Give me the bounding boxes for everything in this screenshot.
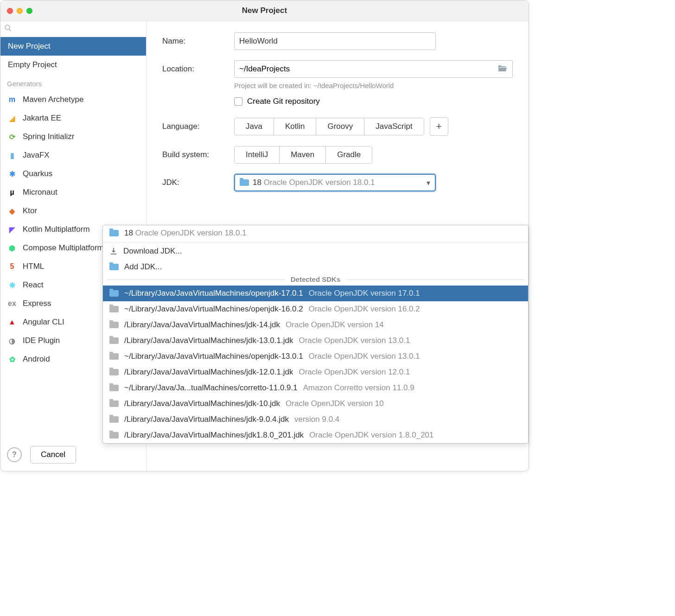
add-language-button[interactable]: + xyxy=(430,117,448,136)
jdk-label: JDK: xyxy=(162,178,234,187)
sdk-option-7[interactable]: /Library/Java/JavaVirtualMachines/jdk-10… xyxy=(103,396,528,412)
sdk-path: /Library/Java/JavaVirtualMachines/jdk-9.… xyxy=(124,415,289,424)
generator-icon: ✿ xyxy=(7,354,17,364)
generator-icon: ▮ xyxy=(7,150,17,160)
download-jdk-option[interactable]: Download JDK... xyxy=(103,243,528,259)
generator-label: JavaFX xyxy=(23,151,50,160)
language-option-java[interactable]: Java xyxy=(235,118,274,135)
jdk-dropdown-menu: 18 Oracle OpenJDK version 18.0.1 Downloa… xyxy=(102,225,529,444)
cancel-button[interactable]: Cancel xyxy=(30,446,76,464)
help-button[interactable]: ? xyxy=(7,447,22,462)
sdk-desc: Oracle OpenJDK version 17.0.1 xyxy=(309,289,420,298)
sdk-option-6[interactable]: ~/Library/Java/Ja...tualMachines/corrett… xyxy=(103,380,528,396)
svg-line-1 xyxy=(9,29,11,31)
folder-icon xyxy=(109,322,119,328)
build-label: Build system: xyxy=(162,150,234,159)
sdk-option-2[interactable]: /Library/Java/JavaVirtualMachines/jdk-14… xyxy=(103,317,528,333)
jdk-num: 18 xyxy=(124,229,133,237)
name-input[interactable] xyxy=(234,32,436,50)
search-icon xyxy=(4,24,12,33)
sidebar-item-new-project[interactable]: New Project xyxy=(0,37,146,56)
folder-icon xyxy=(109,306,119,312)
folder-icon xyxy=(240,179,249,186)
generator-label: Android xyxy=(23,355,50,364)
folder-icon xyxy=(109,337,119,344)
folder-icon xyxy=(109,369,119,375)
location-input-wrap xyxy=(234,60,513,78)
generator-item-javafx[interactable]: ▮JavaFX xyxy=(0,146,146,165)
generator-icon: ◑ xyxy=(7,336,17,346)
generator-icon: 5 xyxy=(7,261,17,272)
build-segmented: IntelliJMavenGradle xyxy=(234,146,372,164)
sdk-option-4[interactable]: ~/Library/Java/JavaVirtualMachines/openj… xyxy=(103,349,528,364)
jdk-version-desc: Oracle OpenJDK version 18.0.1 xyxy=(264,178,375,187)
jdk-dropdown[interactable]: 18 Oracle OpenJDK version 18.0.1 ▾ xyxy=(234,174,436,191)
sdk-option-1[interactable]: ~/Library/Java/JavaVirtualMachines/openj… xyxy=(103,301,528,317)
generator-label: Compose Multiplatform xyxy=(23,243,104,253)
generator-icon: ⟳ xyxy=(7,132,17,142)
sdk-option-5[interactable]: /Library/Java/JavaVirtualMachines/jdk-12… xyxy=(103,364,528,380)
jdk-option-current[interactable]: 18 Oracle OpenJDK version 18.0.1 xyxy=(103,225,528,241)
generator-label: Spring Initializr xyxy=(23,132,75,141)
folder-icon xyxy=(109,353,119,360)
search-field[interactable] xyxy=(0,21,146,37)
generator-label: Micronaut xyxy=(23,188,57,197)
sidebar-item-empty-project[interactable]: Empty Project xyxy=(0,56,146,74)
folder-icon xyxy=(109,400,119,407)
generator-item-micronaut[interactable]: µMicronaut xyxy=(0,183,146,202)
download-icon xyxy=(109,247,118,255)
sdk-path: ~/Library/Java/JavaVirtualMachines/openj… xyxy=(124,289,303,298)
git-checkbox[interactable] xyxy=(234,97,242,106)
generator-label: Angular CLI xyxy=(23,318,64,327)
generator-item-jakarta-ee[interactable]: ◢Jakarta EE xyxy=(0,109,146,127)
language-option-javascript[interactable]: JavaScript xyxy=(364,118,423,135)
sdk-option-8[interactable]: /Library/Java/JavaVirtualMachines/jdk-9.… xyxy=(103,412,528,427)
sdk-option-9[interactable]: /Library/Java/JavaVirtualMachines/jdk1.8… xyxy=(103,427,528,443)
sdk-path: ~/Library/Java/Ja...tualMachines/corrett… xyxy=(124,383,298,393)
sdk-path: /Library/Java/JavaVirtualMachines/jdk-14… xyxy=(124,320,280,330)
generator-icon: ✱ xyxy=(7,169,17,179)
generator-item-quarkus[interactable]: ✱Quarkus xyxy=(0,165,146,183)
generator-item-spring-initializr[interactable]: ⟳Spring Initializr xyxy=(0,127,146,146)
language-option-kotlin[interactable]: Kotlin xyxy=(274,118,317,135)
generator-icon: ◢ xyxy=(7,113,17,123)
generators-header: Generators xyxy=(0,74,146,90)
titlebar: New Project xyxy=(0,0,529,21)
generator-label: Maven Archetype xyxy=(23,95,83,104)
sdk-desc: Oracle OpenJDK version 12.0.1 xyxy=(299,368,410,377)
generator-icon: ❋ xyxy=(7,280,17,290)
location-label: Location: xyxy=(162,64,234,74)
sdk-desc: Oracle OpenJDK version 14 xyxy=(286,320,384,330)
folder-open-icon[interactable] xyxy=(497,64,508,75)
folder-icon xyxy=(109,290,119,297)
location-input[interactable] xyxy=(239,64,497,74)
build-option-intellij[interactable]: IntelliJ xyxy=(235,146,280,163)
sdk-desc: Oracle OpenJDK version 16.0.2 xyxy=(309,305,420,314)
build-option-gradle[interactable]: Gradle xyxy=(326,146,372,163)
sdk-desc: Oracle OpenJDK version 13.0.1 xyxy=(299,336,410,345)
add-jdk-option[interactable]: Add JDK... xyxy=(103,259,528,275)
sdk-option-3[interactable]: /Library/Java/JavaVirtualMachines/jdk-13… xyxy=(103,333,528,349)
build-option-maven[interactable]: Maven xyxy=(280,146,326,163)
language-option-groovy[interactable]: Groovy xyxy=(316,118,364,135)
generator-item-ktor[interactable]: ◆Ktor xyxy=(0,202,146,220)
sdk-path: ~/Library/Java/JavaVirtualMachines/openj… xyxy=(124,352,303,361)
add-jdk-label: Add JDK... xyxy=(124,262,162,272)
generator-icon: m xyxy=(7,95,17,105)
generator-label: Express xyxy=(23,299,51,308)
generator-icon: ◆ xyxy=(7,206,17,216)
folder-icon xyxy=(109,416,119,423)
sdk-path: /Library/Java/JavaVirtualMachines/jdk-12… xyxy=(124,368,293,377)
generator-icon: ex xyxy=(7,298,17,309)
generator-label: React xyxy=(23,280,43,290)
jdk-desc: Oracle OpenJDK version 18.0.1 xyxy=(135,229,247,237)
generator-item-maven-archetype[interactable]: mMaven Archetype xyxy=(0,90,146,109)
generator-icon: ⬢ xyxy=(7,243,17,253)
folder-icon xyxy=(109,385,119,391)
location-hint: Project will be created in: ~/IdeaProjec… xyxy=(234,82,513,89)
sdk-option-0[interactable]: ~/Library/Java/JavaVirtualMachines/openj… xyxy=(103,286,528,301)
jdk-version-num: 18 xyxy=(253,178,261,187)
sdk-desc: Oracle OpenJDK version 10 xyxy=(286,399,384,408)
sdk-path: /Library/Java/JavaVirtualMachines/jdk-13… xyxy=(124,336,293,345)
window-title: New Project xyxy=(0,6,529,15)
